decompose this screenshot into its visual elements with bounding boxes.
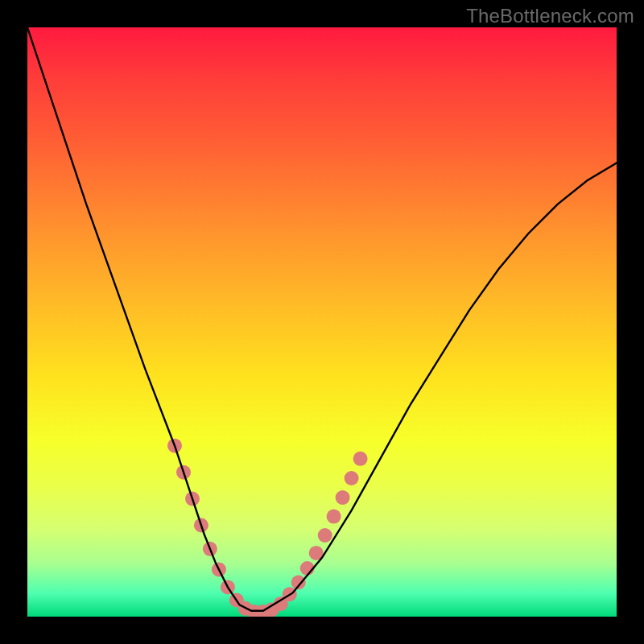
marker-dot: [318, 528, 332, 543]
markers-layer: [167, 439, 368, 617]
chart-svg: [27, 27, 617, 617]
chart-frame: TheBottleneck.com: [0, 0, 644, 644]
watermark-text: TheBottleneck.com: [466, 5, 634, 27]
marker-dot: [353, 452, 368, 466]
plot-area: [27, 27, 617, 617]
marker-dot: [327, 510, 341, 524]
marker-dot: [345, 471, 359, 485]
marker-dot: [336, 490, 350, 505]
curve-line: [27, 27, 617, 611]
